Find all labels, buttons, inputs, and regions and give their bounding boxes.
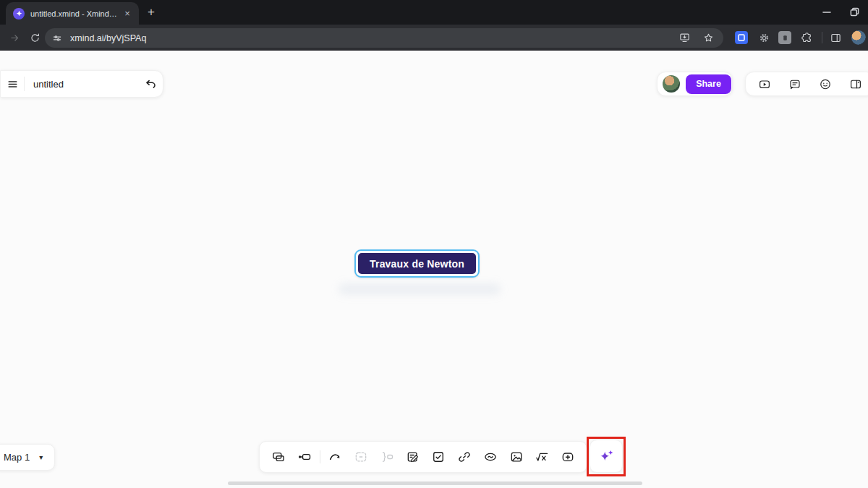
toolbar-group-divider [320,450,320,463]
insert-more-button[interactable] [555,441,581,473]
video-tutorial-icon[interactable] [758,77,771,92]
new-tab-button[interactable]: + [144,5,158,20]
insert-toolbar [259,441,587,473]
equation-button[interactable] [529,441,556,473]
share-button[interactable]: Share [686,74,731,94]
menu-hamburger-icon[interactable] [1,70,24,98]
tab-title: untitled.xmind - Xmind AI [30,9,117,18]
sheet-switcher[interactable]: Map 1 ▾ [0,444,55,471]
minimize-button[interactable] [817,0,836,24]
topic-selection-ring[interactable]: Travaux de Newton [354,249,480,278]
close-tab-icon[interactable]: × [122,8,133,20]
image-button[interactable] [503,441,529,473]
summary-button [374,441,400,473]
smiley-reaction-icon[interactable] [819,77,832,92]
note-button[interactable] [400,441,426,473]
hyperlink-button[interactable] [451,441,477,473]
extension-generic-icon[interactable] [778,31,791,44]
central-topic[interactable]: Travaux de Newton [358,253,476,274]
format-panel-icon[interactable] [849,77,862,92]
document-title[interactable]: untitled [33,79,138,90]
sheet-name: Map 1 [4,452,30,463]
boundary-button [348,441,374,473]
user-avatar[interactable] [663,75,680,93]
chevron-down-icon[interactable]: ▾ [39,453,43,461]
toolbar-divider [822,32,822,43]
xmind-canvas[interactable]: untitled Share Travaux de Newton Map 1 ▾ [0,51,868,488]
install-app-icon[interactable] [678,32,691,44]
relationship-button[interactable] [323,441,349,473]
header-tools [745,72,868,96]
ai-assistant-button[interactable] [590,440,623,473]
header-divider [24,77,25,91]
xmind-extension-icon[interactable] [735,31,748,44]
horizontal-scrollbar[interactable] [228,481,642,485]
restore-button[interactable] [845,0,864,24]
forward-icon [6,29,23,46]
reload-icon[interactable] [26,29,43,46]
add-topic-button[interactable] [265,441,292,473]
xmind-favicon-icon [13,8,25,20]
side-panel-icon[interactable] [829,31,842,44]
undo-button[interactable] [138,70,163,98]
url-text[interactable]: xmind.ai/byVjSPAq [70,33,678,43]
add-subtopic-button[interactable] [292,441,318,473]
extensions-puzzle-icon[interactable] [800,31,813,44]
bookmark-star-icon[interactable] [702,32,715,44]
sticker-button[interactable] [477,441,503,473]
browser-tab[interactable]: untitled.xmind - Xmind AI × [6,2,139,25]
comment-icon[interactable] [788,77,801,92]
document-header: untitled [0,70,163,98]
ai-sparkle-icon [597,448,616,466]
settings-gear-icon[interactable] [757,31,770,44]
share-group: Share [657,72,733,96]
ghost-artifact [339,283,501,295]
address-bar[interactable]: xmind.ai/byVjSPAq [45,28,723,48]
browser-profile-avatar[interactable] [851,30,866,45]
task-button[interactable] [426,441,452,473]
site-settings-icon[interactable] [51,33,63,44]
browser-tab-strip: untitled.xmind - Xmind AI × + [0,0,868,25]
